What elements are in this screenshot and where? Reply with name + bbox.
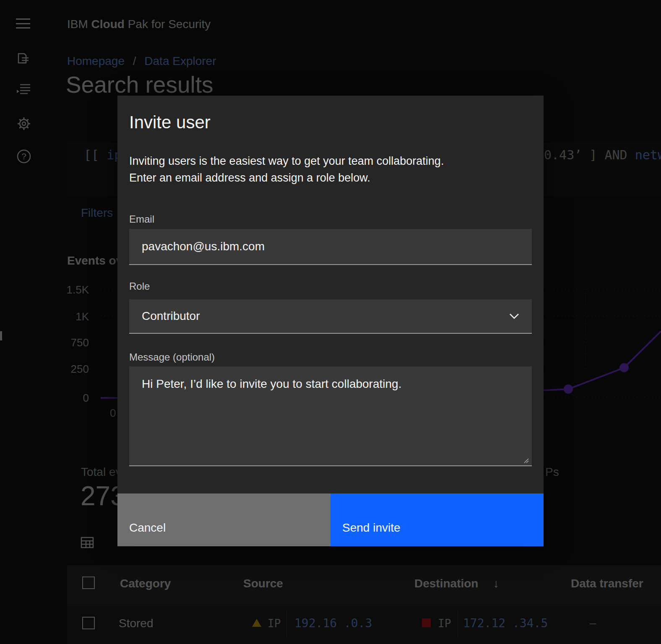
cancel-button[interactable]: Cancel: [117, 493, 330, 546]
modal-title: Invite user: [129, 112, 211, 132]
modal-description: Inviting users is the easiest way to get…: [129, 153, 444, 186]
message-textarea[interactable]: Hi Peter, I’d like to invite you to star…: [129, 366, 532, 466]
app-window: IBM Cloud Pak for Security: [0, 0, 661, 644]
message-label: Message (optional): [129, 351, 215, 363]
modal-footer: Cancel Send invite: [117, 493, 544, 546]
role-selected-value: Contributor: [142, 309, 509, 323]
modal-description-line1: Inviting users is the easiest way to get…: [129, 153, 444, 169]
role-select[interactable]: Contributor: [129, 299, 532, 334]
resize-handle-icon[interactable]: [523, 457, 529, 464]
invite-user-modal: Invite user Inviting users is the easies…: [117, 96, 544, 546]
chevron-down-icon: [509, 313, 519, 319]
email-field[interactable]: [129, 229, 532, 265]
modal-description-line2: Enter an email address and assign a role…: [129, 169, 444, 186]
role-label: Role: [129, 280, 150, 292]
send-invite-button[interactable]: Send invite: [330, 493, 544, 546]
email-label: Email: [129, 213, 154, 225]
